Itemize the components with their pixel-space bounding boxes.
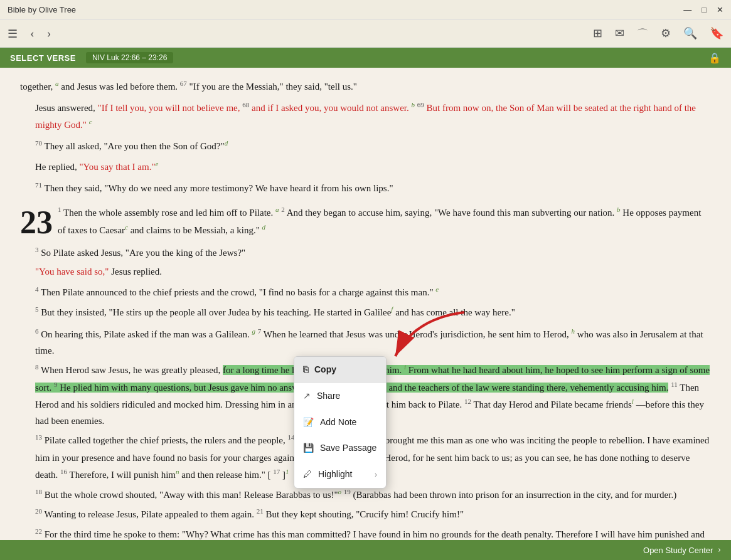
forward-icon[interactable]: › xyxy=(47,26,51,41)
verse-block-22-67: together, a and Jesus was led before the… xyxy=(20,78,711,95)
titlebar-title: Bible by Olive Tree xyxy=(8,5,76,14)
note-icon: 📝 xyxy=(303,415,314,430)
verse-23-1: 1 Then the whole assembly rose and led h… xyxy=(58,208,701,235)
he-started-text: He started xyxy=(314,307,352,317)
submenu-arrow: › xyxy=(375,468,377,481)
verse-23-6: 6 On hearing this, Pilate asked if the m… xyxy=(35,325,711,359)
copy-menu-item[interactable]: ⎘ Copy xyxy=(294,357,386,383)
highlight-label: Highlight xyxy=(318,467,352,482)
annotation-arrow xyxy=(376,306,477,369)
verse-block-22-70b: He replied, "You say that I am."e xyxy=(35,158,711,176)
verse-23-20: 20 Wanting to release Jesus, Pilate appe… xyxy=(35,505,711,523)
maximize-button[interactable]: □ xyxy=(702,5,707,14)
verse-23-3: 3 So Pilate asked Jesus, "Are you the ki… xyxy=(35,244,711,262)
library-icon[interactable]: ⊞ xyxy=(593,26,602,41)
context-menu: ⎘ Copy ↗ Share 📝 Add Note 💾 Save Passage… xyxy=(294,356,387,489)
verse-block-22-70: 70 They all asked, "Are you then the Son… xyxy=(35,137,711,155)
titlebar-controls: — □ ✕ xyxy=(683,5,723,14)
share-menu-item[interactable]: ↗ Share xyxy=(294,383,386,409)
copy-icon: ⎘ xyxy=(303,362,308,378)
settings-icon[interactable]: ⚙ xyxy=(661,26,671,41)
verse-block-22-68: Jesus answered, "If I tell you, you will… xyxy=(35,99,711,134)
open-study-label[interactable]: Open Study Center xyxy=(643,546,713,555)
titlebar: Bible by Olive Tree — □ ✕ xyxy=(0,0,731,20)
verse-ref-badge[interactable]: NIV Luk 22:66 – 23:26 xyxy=(86,52,173,63)
share-label: Share xyxy=(317,389,340,404)
close-button[interactable]: ✕ xyxy=(717,5,723,14)
select-verse-label: SELECT VERSE xyxy=(10,53,76,63)
save-icon: 💾 xyxy=(303,441,314,456)
main-content: together, a and Jesus was led before the… xyxy=(0,68,731,540)
verse-block-22-71: 71 Then they said, "Why do we need any m… xyxy=(35,179,711,197)
menu-icon[interactable]: ☰ xyxy=(8,27,18,41)
chapter-23-block: 23 1 Then the whole assembly rose and le… xyxy=(20,204,711,239)
minimize-button[interactable]: — xyxy=(683,5,691,14)
verse-23-3b: "You have said so," Jesus replied. xyxy=(35,264,711,280)
toolbar-right: ⊞ ✉ ⌒ ⚙ 🔍 🔖 xyxy=(593,26,723,41)
back-icon[interactable]: ‹ xyxy=(30,26,35,41)
verse-23-4: 4 Then Pilate announced to the chief pri… xyxy=(35,283,711,301)
cart-icon[interactable]: ⌒ xyxy=(637,26,648,41)
select-verse-bar: SELECT VERSE NIV Luk 22:66 – 23:26 🔒 xyxy=(0,48,731,68)
lock-icon: 🔒 xyxy=(708,52,721,64)
bookmark-icon[interactable]: 🔖 xyxy=(710,26,723,41)
highlight-menu-item[interactable]: 🖊 Highlight › xyxy=(294,462,386,488)
search-icon[interactable]: 🔍 xyxy=(683,26,697,41)
chapter-num-23: 23 xyxy=(20,206,53,239)
highlight-icon: 🖊 xyxy=(303,467,312,482)
bottom-bar: Open Study Center › xyxy=(0,540,731,560)
share-icon: ↗ xyxy=(303,389,311,404)
add-note-menu-item[interactable]: 📝 Add Note xyxy=(294,409,386,436)
toolbar: ☰ ‹ › ⊞ ✉ ⌒ ⚙ 🔍 🔖 xyxy=(0,20,731,48)
add-note-label: Add Note xyxy=(320,415,356,430)
copy-label: Copy xyxy=(314,362,336,378)
verse-23-5: 5 But they insisted, "He stirs up the pe… xyxy=(35,304,711,321)
open-study-arrow: › xyxy=(718,545,721,555)
verse-23-22: 22 For the third time he spoke to them: … xyxy=(35,526,711,541)
save-passage-menu-item[interactable]: 💾 Save Passage xyxy=(294,435,386,462)
bookmark-list-icon[interactable]: ✉ xyxy=(615,26,624,41)
save-passage-label: Save Passage xyxy=(320,441,376,456)
